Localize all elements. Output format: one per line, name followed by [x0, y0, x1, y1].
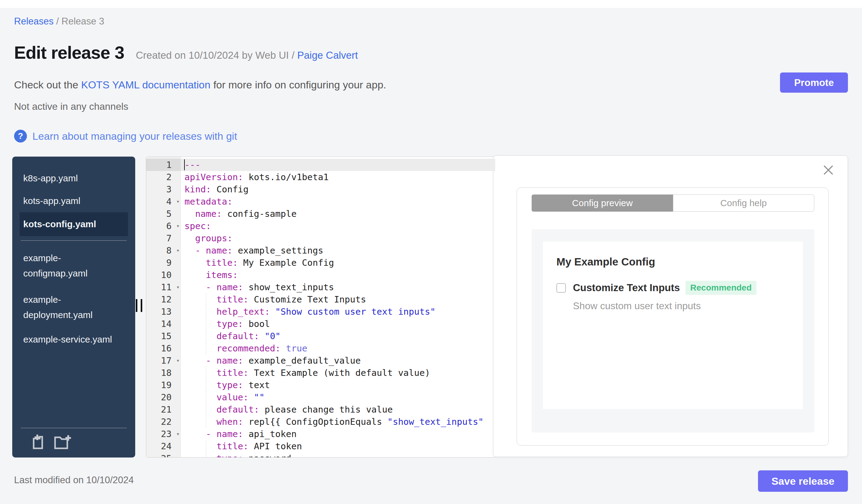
fold-arrow-icon[interactable]: ▾ [176, 244, 180, 256]
line-number: 22 [146, 416, 181, 428]
kots-doc-link[interactable]: KOTS YAML documentation [81, 79, 210, 91]
doc-line: Check out the KOTS YAML documentation fo… [14, 79, 386, 91]
question-mark-icon[interactable]: ? [14, 130, 27, 143]
indent-guide [206, 452, 206, 457]
line-number: 2 [146, 171, 181, 183]
top-band [0, 0, 862, 8]
sidebar-file-item[interactable]: example-configmap.yaml [12, 245, 113, 287]
code-line[interactable]: 5 name: config-sample [146, 208, 495, 220]
code-line-text: name: config-sample [181, 208, 495, 220]
code-line[interactable]: 2apiVersion: kots.io/v1beta1 [146, 171, 495, 183]
config-tab-bar: Config preview Config help [532, 195, 814, 212]
line-number: 5 [146, 208, 181, 220]
code-line-text: spec: [181, 220, 495, 232]
code-line[interactable]: 12 title: Customize Text Inputs [146, 293, 495, 306]
code-line[interactable]: 22 when: repl{{ ConfigOptionEquals "show… [146, 416, 495, 428]
code-line[interactable]: 19 type: text [146, 379, 495, 391]
code-line-text: title: Text Example (with default value) [181, 367, 495, 379]
code-line[interactable]: 9 title: My Example Config [146, 256, 495, 269]
indent-guide [206, 391, 206, 403]
code-line[interactable]: 16 recommended: true [146, 342, 495, 355]
sidebar-file-item[interactable]: example-service.yaml [12, 328, 135, 351]
code-line[interactable]: 4▾metadata: [146, 196, 495, 208]
code-line[interactable]: 8▾ - name: example_settings [146, 244, 495, 256]
line-number: 17▾ [146, 355, 181, 367]
code-line[interactable]: 25 type: password [146, 452, 495, 457]
indent-guide [206, 342, 206, 355]
code-line-text: default: "0" [181, 330, 495, 342]
tab-config-preview[interactable]: Config preview [532, 195, 673, 212]
code-line[interactable]: 3kind: Config [146, 183, 495, 196]
code-line[interactable]: 7 groups: [146, 232, 495, 244]
fold-arrow-icon[interactable]: ▾ [176, 281, 180, 293]
fold-arrow-icon[interactable]: ▾ [176, 355, 180, 367]
code-line[interactable]: 1--- [146, 159, 495, 171]
code-line-text: title: Customize Text Inputs [181, 293, 495, 306]
indent-guide [206, 306, 206, 318]
code-line-text: - name: example_settings [181, 244, 495, 256]
promote-button[interactable]: Promote [780, 72, 848, 93]
tab-config-help[interactable]: Config help [673, 195, 814, 212]
indent-guide [206, 440, 206, 452]
code-line[interactable]: 15 default: "0" [146, 330, 495, 342]
line-number: 1 [146, 159, 181, 171]
code-line-text: default: please change this value [181, 403, 495, 416]
code-line-text: title: My Example Config [181, 256, 495, 269]
code-line[interactable]: 23▾ - name: api_token [146, 428, 495, 440]
git-help-link[interactable]: Learn about managing your releases with … [32, 130, 237, 142]
last-modified: Last modified on 10/10/2024 [14, 475, 134, 486]
code-line[interactable]: 21 default: please change this value [146, 403, 495, 416]
git-help-row: ? Learn about managing your releases wit… [14, 130, 237, 143]
code-line[interactable]: 13 help_text: "Show custom user text inp… [146, 306, 495, 318]
code-line[interactable]: 10 items: [146, 269, 495, 281]
config-item-checkbox[interactable] [557, 283, 566, 293]
code-line[interactable]: 18 title: Text Example (with default val… [146, 367, 495, 379]
config-inner-panel: Config preview Config help My Example Co… [517, 187, 829, 446]
code-line-text: recommended: true [181, 342, 495, 355]
code-editor[interactable]: 1---2apiVersion: kots.io/v1beta13kind: C… [146, 157, 496, 457]
page-title: Edit release 3 [14, 42, 124, 63]
channel-status: Not active in any channels [14, 101, 129, 112]
line-number: 20 [146, 391, 181, 403]
code-line[interactable]: 11▾ - name: show_text_inputs [146, 281, 495, 293]
config-preview-area: My Example Config Customize Text Inputs … [532, 229, 814, 433]
created-text: Created on 10/10/2024 by Web UI / [136, 50, 297, 61]
line-number: 14 [146, 318, 181, 330]
sidebar-file-item[interactable]: k8s-app.yaml [12, 167, 135, 190]
code-line-text: when: repl{{ ConfigOptionEquals "show_te… [181, 416, 495, 428]
code-line[interactable]: 17▾ - name: example_default_value [146, 355, 495, 367]
sidebar-footer [12, 428, 135, 457]
sidebar-file-item[interactable]: example-deployment.yaml [12, 287, 113, 328]
code-line-text: items: [181, 269, 495, 281]
line-number: 3 [146, 183, 181, 196]
fold-arrow-icon[interactable]: ▾ [176, 220, 180, 232]
close-icon [823, 164, 834, 176]
line-number: 19 [146, 379, 181, 391]
author-link[interactable]: Paige Calvert [297, 50, 358, 61]
code-line[interactable]: 24 title: API token [146, 440, 495, 452]
line-number: 7 [146, 232, 181, 244]
pane-resize-handle-left[interactable] [136, 299, 142, 312]
sidebar-file-item[interactable]: kots-config.yaml [19, 212, 128, 236]
code-line-text: --- [181, 159, 495, 171]
code-line-text: - name: show_text_inputs [181, 281, 495, 293]
fold-arrow-icon[interactable]: ▾ [176, 196, 180, 208]
config-item-help: Show custom user text inputs [573, 300, 789, 311]
line-number: 18 [146, 367, 181, 379]
new-file-icon[interactable] [31, 434, 46, 450]
save-release-button[interactable]: Save release [758, 470, 848, 492]
sidebar-file-item[interactable]: kots-app.yaml [12, 190, 135, 212]
code-line[interactable]: 20 value: "" [146, 391, 495, 403]
line-number: 8▾ [146, 244, 181, 256]
new-folder-icon[interactable] [54, 434, 71, 450]
breadcrumb: Releases / Release 3 [14, 16, 104, 27]
indent-guide [206, 379, 206, 391]
code-line[interactable]: 6▾spec: [146, 220, 495, 232]
file-sidebar: k8s-app.yamlkots-app.yamlkots-config.yam… [12, 157, 135, 457]
line-number: 21 [146, 403, 181, 416]
close-panel-button[interactable] [823, 164, 834, 176]
breadcrumb-releases-link[interactable]: Releases [14, 16, 53, 27]
fold-arrow-icon[interactable]: ▾ [176, 428, 180, 440]
code-line[interactable]: 14 type: bool [146, 318, 495, 330]
sidebar-divider [21, 240, 127, 241]
